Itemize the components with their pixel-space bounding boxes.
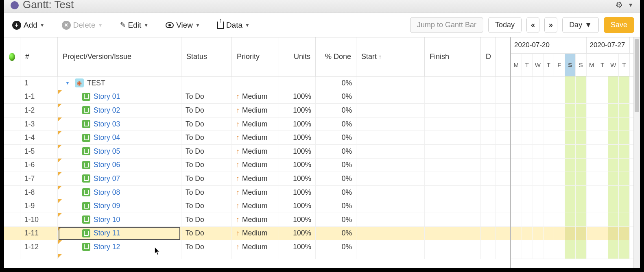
timeline-cell[interactable]	[565, 76, 576, 90]
timeline-cell[interactable]	[565, 104, 576, 117]
issue-link[interactable]: Story 01	[94, 92, 120, 101]
timeline-cell[interactable]	[619, 131, 630, 144]
timeline-cell[interactable]	[576, 227, 587, 240]
data-button[interactable]: Data ▼	[215, 19, 252, 31]
timeline-cell[interactable]	[554, 254, 565, 259]
timeline-cell[interactable]	[522, 118, 533, 131]
timeline-row[interactable]	[511, 240, 640, 254]
dropdown-caret-icon[interactable]: ▼	[628, 2, 633, 8]
timeline-cell[interactable]	[587, 131, 598, 144]
timeline-cell[interactable]	[565, 90, 576, 104]
table-row[interactable]: 1-6 Story 06 To Do ↑Medium 100% 0%	[4, 159, 510, 172]
timeline-cell[interactable]	[597, 199, 608, 213]
col-d[interactable]: D	[481, 37, 496, 76]
timeline-cell[interactable]	[608, 159, 619, 172]
timeline-day[interactable]: W	[533, 54, 544, 76]
col-status[interactable]: Status	[181, 37, 232, 76]
table-row[interactable]: 1-2 Story 02 To Do ↑Medium 100% 0%	[4, 104, 510, 118]
timeline-cell[interactable]	[554, 213, 565, 226]
view-button[interactable]: View ▼	[163, 19, 203, 31]
timeline-cell[interactable]	[544, 240, 554, 254]
scale-dropdown[interactable]: Day▼	[562, 17, 599, 33]
timeline-cell[interactable]	[587, 104, 598, 117]
timeline-cell[interactable]	[565, 213, 576, 226]
timeline-cell[interactable]	[554, 104, 565, 117]
col-done[interactable]: % Done	[316, 37, 356, 76]
timeline-row[interactable]	[511, 213, 640, 227]
timeline-cell[interactable]	[608, 90, 619, 104]
timeline-cell[interactable]	[619, 186, 630, 199]
timeline-cell[interactable]	[511, 240, 522, 254]
timeline-day[interactable]: S	[576, 54, 587, 76]
timeline-week[interactable]: 2020-07-27	[587, 37, 630, 53]
timeline-cell[interactable]	[576, 254, 587, 259]
timeline-cell[interactable]	[576, 90, 587, 104]
timeline-cell[interactable]	[619, 118, 630, 131]
timeline-cell[interactable]	[587, 227, 598, 240]
timeline-cell[interactable]	[544, 213, 554, 226]
issue-link[interactable]: Story 09	[94, 202, 120, 210]
timeline-cell[interactable]	[597, 118, 608, 131]
timeline-cell[interactable]	[608, 118, 619, 131]
timeline-cell[interactable]	[533, 186, 544, 199]
timeline-cell[interactable]	[511, 254, 522, 259]
timeline-cell[interactable]	[619, 90, 630, 104]
col-issue[interactable]: Project/Version/Issue	[58, 37, 181, 76]
timeline-row[interactable]	[511, 254, 640, 259]
today-button[interactable]: Today	[488, 17, 522, 33]
col-start[interactable]: Start↑	[356, 37, 425, 76]
timeline-cell[interactable]	[597, 159, 608, 172]
timeline-cell[interactable]	[587, 172, 598, 185]
timeline-cell[interactable]	[587, 199, 598, 213]
timeline-cell[interactable]	[544, 199, 554, 213]
timeline-cell[interactable]	[608, 145, 619, 158]
timeline-cell[interactable]	[619, 76, 630, 90]
timeline-cell[interactable]	[522, 240, 533, 254]
add-button[interactable]: + Add ▼	[10, 19, 47, 31]
timeline-cell[interactable]	[576, 118, 587, 131]
timeline-cell[interactable]	[554, 131, 565, 144]
timeline-cell[interactable]	[565, 172, 576, 185]
timeline-cell[interactable]	[587, 145, 598, 158]
timeline-day[interactable]: S	[565, 54, 576, 76]
timeline-cell[interactable]	[533, 199, 544, 213]
timeline-cell[interactable]	[597, 145, 608, 158]
issue-link[interactable]: Story 06	[94, 161, 120, 169]
timeline-cell[interactable]	[511, 131, 522, 144]
timeline-cell[interactable]	[554, 90, 565, 104]
table-row[interactable]: 1-10 Story 10 To Do ↑Medium 100% 0%	[4, 213, 510, 227]
edit-button[interactable]: ✎ Edit ▼	[118, 19, 151, 31]
timeline-cell[interactable]	[511, 186, 522, 199]
col-health[interactable]	[4, 37, 20, 76]
timeline-cell[interactable]	[587, 159, 598, 172]
timeline-cell[interactable]	[522, 104, 533, 117]
timeline-cell[interactable]	[544, 227, 554, 240]
issue-link[interactable]: Story 02	[94, 106, 120, 115]
timeline-cell[interactable]	[576, 240, 587, 254]
timeline-cell[interactable]	[511, 145, 522, 158]
timeline-cell[interactable]	[608, 199, 619, 213]
timeline-cell[interactable]	[619, 213, 630, 226]
timeline-cell[interactable]	[544, 90, 554, 104]
timeline-cell[interactable]	[587, 118, 598, 131]
timeline-cell[interactable]	[587, 76, 598, 90]
timeline-cell[interactable]	[619, 159, 630, 172]
timeline-row[interactable]	[511, 90, 640, 104]
timeline-cell[interactable]	[565, 186, 576, 199]
col-priority[interactable]: Priority	[232, 37, 279, 76]
timeline-cell[interactable]	[565, 159, 576, 172]
delete-button[interactable]: × Delete ▼	[59, 19, 105, 31]
table-row[interactable]: 1-9 Story 09 To Do ↑Medium 100% 0%	[4, 199, 510, 213]
timeline-cell[interactable]	[619, 240, 630, 254]
timeline-row[interactable]	[511, 131, 640, 145]
issue-link[interactable]: Story 08	[94, 188, 120, 197]
timeline-cell[interactable]	[554, 172, 565, 185]
table-row[interactable]: 1-4 Story 04 To Do ↑Medium 100% 0%	[4, 131, 510, 145]
timeline-day[interactable]: M	[511, 54, 522, 76]
timeline-cell[interactable]	[597, 172, 608, 185]
table-row[interactable]: 1-12 Story 12 To Do ↑Medium 100% 0%	[4, 240, 510, 254]
timeline-day[interactable]: F	[554, 54, 565, 76]
timeline-cell[interactable]	[554, 227, 565, 240]
timeline-day[interactable]: T	[522, 54, 533, 76]
timeline-cell[interactable]	[554, 159, 565, 172]
